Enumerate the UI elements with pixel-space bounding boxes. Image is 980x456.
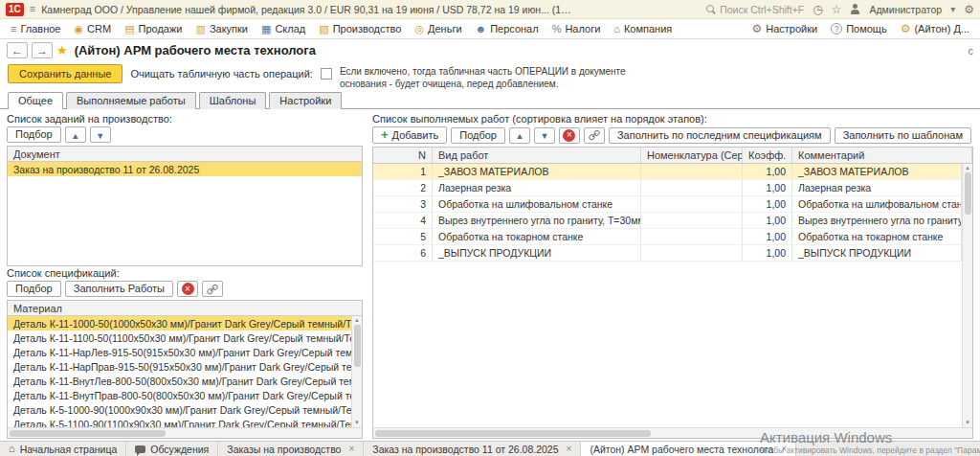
- cell-comment[interactable]: Вырез внутреннего угла по граниту, Т=30м…: [792, 213, 962, 229]
- menu-item-purchases[interactable]: Закупки: [189, 21, 255, 36]
- spec-row[interactable]: Деталь К-11-ВнутПрав-800-50(800x50x30 мм…: [8, 388, 351, 402]
- tab-templates[interactable]: Шаблоны: [199, 92, 267, 109]
- cell-work-type[interactable]: Вырез внутреннего угла по граниту, Т=30м…: [433, 213, 641, 229]
- work-row[interactable]: 1 _ЗАВОЗ МАТЕРИАЛОВ 1,00 _ЗАВОЗ МАТЕРИАЛ…: [373, 164, 962, 180]
- global-search[interactable]: Поиск Ctrl+Shift+F: [705, 4, 804, 15]
- menu-item-money[interactable]: Деньги: [408, 21, 468, 36]
- spec-row[interactable]: Деталь К-11-НарЛев-915-50(915x50x30 мм)/…: [8, 345, 351, 359]
- cell-n[interactable]: 4: [373, 213, 433, 229]
- close-icon[interactable]: ×: [348, 444, 354, 454]
- taskbar-tab-arm-technolog[interactable]: (Айтон) АРМ рабочего места технолога ×: [581, 442, 796, 456]
- cell-nomenclature[interactable]: [641, 180, 743, 196]
- clear-operations-checkbox[interactable]: [321, 68, 332, 80]
- works-move-up-button[interactable]: [509, 127, 530, 144]
- cell-comment[interactable]: Обработка на токарном станке: [792, 229, 962, 245]
- spec-row[interactable]: Деталь К-11-НарПрав-915-50(915x50x30 мм)…: [8, 359, 351, 374]
- menu-item-ayton[interactable]: (Айтон) Д...: [894, 21, 976, 36]
- specs-vertical-scrollbar[interactable]: [351, 316, 362, 427]
- spec-row[interactable]: Деталь К-11-1100-50(1100x50x30 мм)/Грани…: [8, 331, 351, 345]
- column-header-n[interactable]: N: [373, 148, 433, 163]
- cell-coeff[interactable]: 1,00: [743, 196, 792, 213]
- spec-row[interactable]: Деталь К-5-1100-90(1100x90x30 мм)/Гранит…: [8, 417, 351, 427]
- cell-work-type[interactable]: Обработка на токарном станке: [433, 229, 641, 245]
- specs-pick-button[interactable]: Подбор: [7, 281, 61, 297]
- menu-item-production[interactable]: Производство: [312, 21, 408, 36]
- cell-work-type[interactable]: Лазерная резка: [433, 180, 641, 196]
- work-row[interactable]: 3 Обработка на шлифовальном станке 1,00 …: [373, 196, 962, 213]
- close-icon[interactable]: ×: [781, 444, 787, 454]
- taskbar-tab-production-orders[interactable]: Заказы на производство ×: [218, 442, 364, 456]
- fill-by-last-specs-button[interactable]: Заполнить по последним спецификациям: [609, 127, 831, 144]
- menu-item-warehouse[interactable]: Склад: [255, 21, 312, 36]
- specs-horizontal-scrollbar[interactable]: [8, 427, 362, 438]
- menu-item-crm[interactable]: CRM: [67, 21, 118, 36]
- forward-button[interactable]: [32, 42, 53, 58]
- works-vertical-scrollbar[interactable]: [962, 164, 972, 427]
- back-button[interactable]: [7, 42, 28, 58]
- chevron-down-icon[interactable]: [950, 4, 955, 14]
- tab-settings[interactable]: Настройки: [269, 92, 342, 109]
- fill-by-templates-button[interactable]: Заполнить по шаблонам: [835, 127, 971, 144]
- column-header-nomenclature[interactable]: Номенклатура (Сер...: [641, 148, 743, 163]
- menu-item-sales[interactable]: Продажи: [118, 21, 189, 36]
- work-row[interactable]: 4 Вырез внутреннего угла по граниту, Т=3…: [373, 213, 962, 229]
- cell-coeff[interactable]: 1,00: [743, 164, 792, 180]
- works-add-button[interactable]: Добавить: [372, 126, 447, 144]
- taskbar-tab-production-order-11[interactable]: Заказ на производство 11 от 26.08.2025 ×: [364, 442, 581, 456]
- cell-nomenclature[interactable]: [641, 229, 743, 245]
- spec-row[interactable]: Деталь К-5-1000-90(1000x90x30 мм)/Гранит…: [8, 402, 351, 417]
- cell-comment[interactable]: Обработка на шлифовальном станке: [792, 196, 962, 213]
- tasks-move-down-button[interactable]: [90, 126, 111, 143]
- cell-nomenclature[interactable]: [641, 164, 743, 180]
- cell-n[interactable]: 6: [373, 245, 433, 262]
- scroll-down-icon[interactable]: [965, 420, 970, 426]
- hamburger-menu-icon[interactable]: [30, 4, 35, 14]
- scroll-down-icon[interactable]: [354, 420, 360, 426]
- favorite-star-icon[interactable]: [56, 44, 68, 57]
- scroll-up-icon[interactable]: [965, 165, 970, 171]
- history-icon[interactable]: [813, 4, 822, 15]
- cell-work-type[interactable]: _ЗАВОЗ МАТЕРИАЛОВ: [433, 164, 641, 180]
- spec-row[interactable]: Деталь К-11-1000-50(1000x50x30 мм)/Грани…: [8, 316, 351, 331]
- cell-n[interactable]: 2: [373, 180, 433, 196]
- specs-fill-works-button[interactable]: Заполнить Работы: [65, 281, 173, 297]
- tasks-pick-button[interactable]: Подбор: [7, 126, 61, 143]
- cell-comment[interactable]: _ЗАВОЗ МАТЕРИАЛОВ: [792, 164, 962, 180]
- works-delete-button[interactable]: [559, 127, 580, 144]
- specs-column-header[interactable]: Материал: [8, 301, 362, 316]
- task-row[interactable]: Заказ на производство 11 от 26.08.2025: [8, 162, 362, 176]
- save-data-button[interactable]: Сохранить данные: [8, 64, 122, 83]
- tasks-move-up-button[interactable]: [65, 126, 86, 143]
- cell-n[interactable]: 1: [373, 164, 433, 180]
- tab-general[interactable]: Общее: [8, 92, 63, 109]
- cell-nomenclature[interactable]: [641, 245, 743, 262]
- specs-delete-button[interactable]: [177, 281, 198, 297]
- column-header-coeff[interactable]: Коэфф.: [743, 148, 792, 163]
- cell-coeff[interactable]: 1,00: [743, 229, 792, 245]
- cell-work-type[interactable]: Обработка на шлифовальном станке: [433, 196, 641, 213]
- work-row[interactable]: 5 Обработка на токарном станке 1,00 Обра…: [373, 229, 962, 245]
- cell-nomenclature[interactable]: [641, 196, 743, 213]
- works-link-button[interactable]: [584, 127, 605, 144]
- scrollbar-thumb[interactable]: [965, 172, 971, 215]
- cell-coeff[interactable]: 1,00: [743, 245, 792, 262]
- spec-row[interactable]: Деталь К-11-ВнутЛев-800-50(800x50x30 мм)…: [8, 374, 351, 388]
- cell-nomenclature[interactable]: [641, 213, 743, 229]
- close-icon[interactable]: ×: [567, 444, 572, 454]
- cell-n[interactable]: 5: [373, 229, 433, 245]
- scrollbar-thumb[interactable]: [10, 430, 166, 437]
- menu-item-main[interactable]: Главное: [4, 21, 67, 36]
- scrollbar-thumb[interactable]: [375, 430, 651, 437]
- cell-comment[interactable]: _ВЫПУСК ПРОДУКЦИИ: [792, 245, 962, 262]
- menu-item-settings[interactable]: Настройки: [745, 21, 824, 36]
- taskbar-tab-home[interactable]: Начальная страница: [0, 442, 126, 456]
- gear-icon[interactable]: [964, 4, 974, 15]
- menu-item-personnel[interactable]: Персонал: [469, 21, 546, 36]
- current-user[interactable]: Администратор: [869, 4, 942, 15]
- works-pick-button[interactable]: Подбор: [451, 127, 505, 144]
- cell-coeff[interactable]: 1,00: [743, 213, 792, 229]
- column-header-work-type[interactable]: Вид работ: [433, 148, 641, 163]
- column-header-comment[interactable]: Комментарий: [792, 148, 972, 163]
- work-row[interactable]: 6 _ВЫПУСК ПРОДУКЦИИ 1,00 _ВЫПУСК ПРОДУКЦ…: [373, 245, 962, 262]
- menu-item-taxes[interactable]: Налоги: [546, 21, 608, 36]
